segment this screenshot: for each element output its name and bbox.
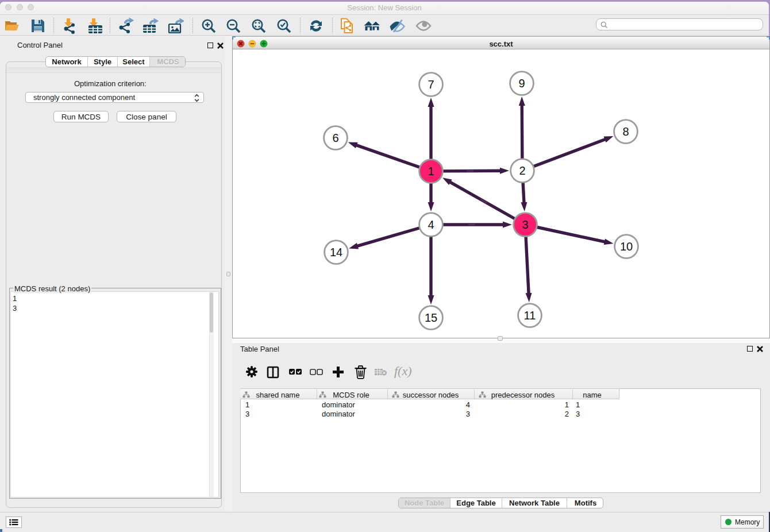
svg-text:11: 11 [524,309,536,322]
svg-text:3: 3 [522,218,528,231]
svg-text:14: 14 [330,246,342,259]
svg-text:7: 7 [428,78,434,91]
svg-text:9: 9 [518,77,525,90]
svg-text:15: 15 [425,311,437,324]
svg-text:10: 10 [620,240,633,253]
svg-text:8: 8 [622,125,629,138]
svg-text:1: 1 [428,165,434,178]
svg-text:2: 2 [519,164,525,177]
svg-text:4: 4 [428,218,434,231]
svg-text:6: 6 [332,132,338,144]
